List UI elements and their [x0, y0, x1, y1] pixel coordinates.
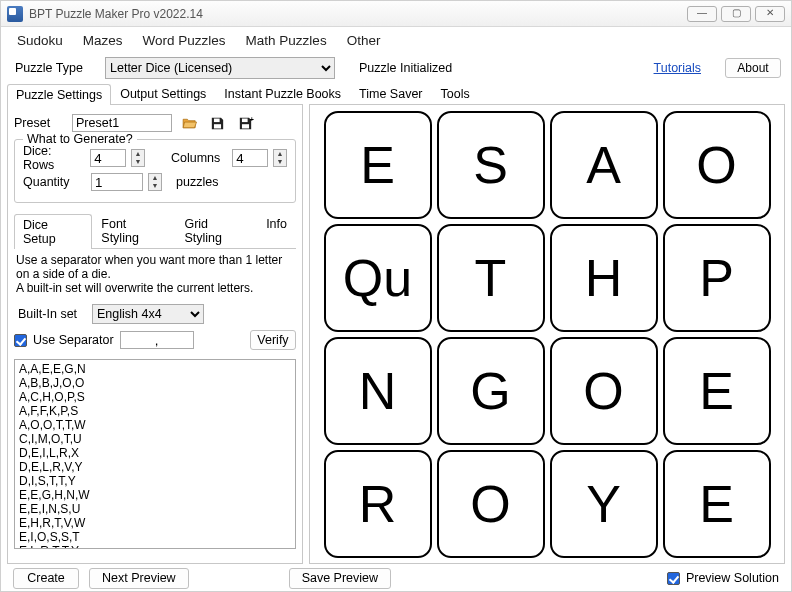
menu-mazes[interactable]: Mazes [83, 33, 123, 48]
subtab-font-styling[interactable]: Font Styling [92, 213, 175, 248]
tab-puzzle-settings[interactable]: Puzzle Settings [7, 84, 111, 105]
toprow: Puzzle Type Letter Dice (Licensed) Puzzl… [1, 53, 791, 83]
preset-label: Preset [14, 116, 66, 130]
main-tabs: Puzzle Settings Output Settings Instant … [1, 83, 791, 104]
save-plus-icon: + [237, 115, 254, 132]
menu-sudoku[interactable]: Sudoku [17, 33, 63, 48]
create-button[interactable]: Create [13, 568, 79, 589]
tab-output-settings[interactable]: Output Settings [111, 83, 215, 104]
rows-input[interactable] [90, 149, 126, 167]
tab-time-saver[interactable]: Time Saver [350, 83, 431, 104]
next-preview-button[interactable]: Next Preview [89, 568, 189, 589]
dice-help-2: A built-in set will overwrite the curren… [16, 281, 253, 295]
folder-open-icon [181, 115, 198, 132]
window-max-button[interactable]: ▢ [721, 6, 751, 22]
die-1-0: Qu [324, 224, 432, 332]
svg-rect-3 [241, 124, 248, 128]
die-0-1: S [437, 111, 545, 219]
die-1-1: T [437, 224, 545, 332]
separator-row: Use Separator Verify [14, 327, 296, 353]
separator-input[interactable] [120, 331, 194, 349]
subtab-info[interactable]: Info [257, 213, 296, 248]
content: Preset + What to Generate? Dice: Rows ▲▼… [1, 104, 791, 564]
qty-input[interactable] [91, 173, 143, 191]
about-button[interactable]: About [725, 58, 781, 78]
die-2-3: E [663, 337, 771, 445]
use-separator-checkbox[interactable] [14, 334, 27, 347]
menubar: Sudoku Mazes Word Puzzles Math Puzzles O… [1, 27, 791, 53]
rows-label: Dice: Rows [23, 144, 84, 172]
use-separator-label: Use Separator [33, 333, 114, 347]
die-3-1: O [437, 450, 545, 558]
die-0-3: O [663, 111, 771, 219]
generate-group: What to Generate? Dice: Rows ▲▼ Columns … [14, 139, 296, 203]
die-3-2: Y [550, 450, 658, 558]
save-preview-button[interactable]: Save Preview [289, 568, 391, 589]
dice-help: Use a separator when you want more than … [14, 249, 296, 301]
generate-legend: What to Generate? [23, 132, 137, 146]
window-title: BPT Puzzle Maker Pro v2022.14 [29, 7, 683, 21]
die-0-0: E [324, 111, 432, 219]
rows-spinner[interactable]: ▲▼ [131, 149, 145, 167]
die-2-2: O [550, 337, 658, 445]
app-icon [7, 6, 23, 22]
titlebar: BPT Puzzle Maker Pro v2022.14 — ▢ ✕ [1, 1, 791, 27]
die-0-2: A [550, 111, 658, 219]
preview-solution-row: Preview Solution [667, 571, 779, 585]
svg-rect-0 [213, 118, 219, 122]
save-plus-button[interactable]: + [234, 112, 256, 134]
puzzle-type-select[interactable]: Letter Dice (Licensed) [105, 57, 335, 79]
save-icon [209, 115, 226, 132]
status-text: Puzzle Initialized [359, 61, 646, 75]
subtab-grid-styling[interactable]: Grid Styling [175, 213, 257, 248]
qty-suffix: puzzles [176, 175, 218, 189]
qty-spinner[interactable]: ▲▼ [148, 173, 162, 191]
save-button[interactable] [206, 112, 228, 134]
subtab-dice-setup[interactable]: Dice Setup [14, 214, 92, 249]
puzzle-type-label: Puzzle Type [11, 61, 97, 75]
svg-rect-2 [241, 118, 247, 122]
cols-spinner[interactable]: ▲▼ [273, 149, 287, 167]
dice-grid: E S A O Qu T H P N G O E R O Y E [324, 111, 771, 558]
die-2-0: N [324, 337, 432, 445]
left-panel: Preset + What to Generate? Dice: Rows ▲▼… [7, 104, 303, 564]
builtin-label: Built-In set [18, 307, 86, 321]
cols-input[interactable] [232, 149, 268, 167]
svg-text:+: + [249, 116, 253, 124]
menu-word-puzzles[interactable]: Word Puzzles [143, 33, 226, 48]
dice-list-textarea[interactable]: A,A,E,E,G,N A,B,B,J,O,O A,C,H,O,P,S A,F,… [14, 359, 296, 549]
preset-input[interactable] [72, 114, 172, 132]
svg-rect-1 [213, 124, 220, 128]
tab-instant-puzzle-books[interactable]: Instant Puzzle Books [215, 83, 350, 104]
builtin-row: Built-In set English 4x4 [14, 301, 296, 327]
builtin-select[interactable]: English 4x4 [92, 304, 204, 324]
tutorials-link[interactable]: Tutorials [654, 61, 701, 75]
cols-label: Columns [171, 151, 226, 165]
sub-tabs: Dice Setup Font Styling Grid Styling Inf… [14, 213, 296, 249]
preview-solution-checkbox[interactable] [667, 572, 680, 585]
window-close-button[interactable]: ✕ [755, 6, 785, 22]
bottom-bar: Create Next Preview Save Preview Preview… [1, 564, 791, 592]
preview-solution-label: Preview Solution [686, 571, 779, 585]
menu-other[interactable]: Other [347, 33, 381, 48]
die-1-3: P [663, 224, 771, 332]
dice-help-1: Use a separator when you want more than … [16, 253, 282, 281]
tab-tools[interactable]: Tools [432, 83, 479, 104]
die-3-3: E [663, 450, 771, 558]
verify-button[interactable]: Verify [250, 330, 296, 350]
menu-math-puzzles[interactable]: Math Puzzles [246, 33, 327, 48]
die-2-1: G [437, 337, 545, 445]
preview-panel: E S A O Qu T H P N G O E R O Y E [309, 104, 785, 564]
window-min-button[interactable]: — [687, 6, 717, 22]
die-3-0: R [324, 450, 432, 558]
qty-label: Quantity [23, 175, 85, 189]
open-folder-button[interactable] [178, 112, 200, 134]
die-1-2: H [550, 224, 658, 332]
